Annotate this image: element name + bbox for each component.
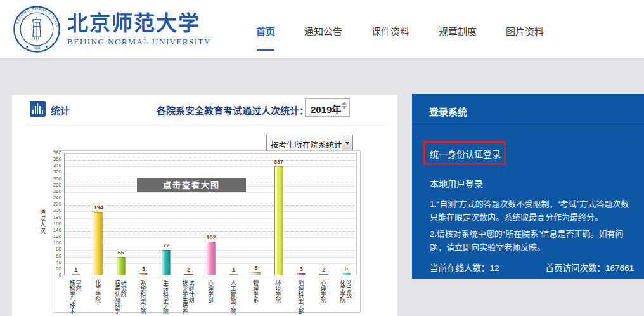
y-tick-label: 380 [40, 150, 61, 155]
bar [94, 212, 103, 275]
bar-value-label: 3 [288, 267, 314, 272]
bar [229, 274, 238, 275]
y-tick-label: 100 [40, 240, 61, 246]
y-tick-label: 20 [40, 267, 61, 272]
y-tick-label: 160 [40, 221, 61, 227]
bar-value-label: 1 [63, 267, 89, 273]
login-panel-title: 登录系统 [429, 105, 467, 118]
y-tick-label: 120 [40, 234, 61, 239]
bar [319, 274, 328, 275]
bar [252, 272, 261, 275]
gridline [65, 160, 356, 161]
university-name-cn: 北京师范大学 [67, 12, 211, 35]
section-title: 统计 [51, 103, 70, 117]
divider [412, 124, 644, 124]
bar [274, 166, 283, 275]
gridline [65, 218, 356, 219]
y-tick-label: 360 [40, 157, 61, 162]
university-name-en: BEIJING NORMAL UNIVERSITY [67, 37, 211, 47]
online-users: 当前在线人数：12 [430, 261, 499, 273]
bar-value-label: 3 [131, 267, 156, 272]
x-tick-label: 物理学系 [247, 280, 264, 314]
visit-count: 首页访问次数：167661 [545, 261, 634, 273]
x-tick-label: 系统科学学院 [134, 280, 151, 314]
gridline [65, 231, 356, 232]
main-nav: 首页 通知公告 课件资料 规章制度 图片资料 [256, 24, 573, 62]
sso-login-link[interactable]: 统一身份认证登录 [430, 147, 501, 160]
note-2: 2.请核对系统中您的“所在院系”信息是否正确。如有问题，请立即向实验室老师反映。 [430, 227, 634, 254]
bar [117, 257, 126, 275]
y-tick-label: 200 [40, 208, 61, 213]
y-tick-label: 140 [40, 228, 61, 233]
bnu-seal-icon: BEIJING NORMAL UNIVERSITY 1902 [13, 5, 61, 53]
bar-value-label: 2 [176, 267, 201, 273]
x-tick-label: 环境学院 [270, 280, 287, 314]
x-tick-label: 地理科学学部 [292, 280, 309, 314]
note-1: 1.“自测”方式的答题次数不受限制，“考试”方式答题次数只能在限定次数内。系统取… [430, 197, 634, 224]
svg-text:1902: 1902 [33, 46, 41, 49]
x-tick-label: 心理学部 [202, 280, 219, 314]
x-tick-label: 脑与认知科学研究院 [112, 280, 129, 314]
bar [184, 274, 193, 275]
nav-item-pictures[interactable]: 图片资料 [506, 24, 544, 62]
year-select[interactable]: 2019年 [305, 98, 350, 117]
group-by-select-value: 按考生所在院系统计 [271, 138, 342, 150]
bar-value-label: 1 [221, 267, 247, 273]
gridline [65, 166, 356, 167]
page-header: BEIJING NORMAL UNIVERSITY 1902 北京师范大学 BE… [0, 0, 644, 59]
x-tick-label: 核科学与技术学院 [67, 280, 84, 314]
bar-value-label: 77 [153, 243, 179, 249]
local-login-link[interactable]: 本地用户登录 [430, 177, 483, 190]
gridline [65, 225, 356, 225]
bar [297, 273, 306, 275]
x-tick-label: 心理学院 [315, 280, 332, 314]
bar-chart: 通过人次 119455377210218337325 0204060801001… [40, 150, 361, 314]
panel-stats-row: 当前在线人数：12 首页访问次数：167661 [430, 261, 634, 273]
bar-value-label: 2 [311, 267, 337, 273]
gridline [65, 173, 356, 173]
y-tick-label: 180 [40, 215, 61, 220]
chevron-down-icon [345, 142, 350, 145]
group-by-select[interactable]: 按考生所在院系统计 [266, 135, 353, 151]
bar-value-label: 194 [86, 205, 111, 211]
x-tick-label: 化学学院2019级 [337, 280, 354, 314]
gridline [65, 192, 356, 193]
bar-value-label: 5 [333, 266, 359, 272]
bar [72, 274, 80, 275]
y-tick-label: 320 [40, 169, 61, 174]
x-tick-label: 生命科学学院 [157, 280, 174, 314]
y-tick-label: 340 [40, 163, 61, 168]
bar [139, 273, 148, 275]
bar-chart-icon [30, 101, 46, 117]
nav-item-home[interactable]: 首页 [256, 24, 275, 62]
y-tick-label: 60 [40, 254, 61, 259]
gridline [65, 211, 356, 212]
dropdown-button[interactable] [342, 135, 352, 150]
divider [26, 125, 386, 126]
y-tick-label: 280 [40, 183, 61, 188]
gridline [65, 199, 356, 199]
bar [207, 242, 216, 275]
spinner-arrows-icon[interactable] [342, 102, 347, 109]
nav-item-regulations[interactable]: 规章制度 [439, 24, 477, 62]
x-tick-label: 拔尖学生培养试验计划 [179, 280, 196, 314]
plot-area: 119455377210218337325 [64, 153, 357, 275]
chart-title: 各院系安全教育考试通过人次统计： [157, 103, 309, 117]
bar-value-label: 55 [108, 250, 134, 256]
university-logo: BEIJING NORMAL UNIVERSITY 1902 北京师范大学 BE… [13, 5, 211, 53]
bar-value-label: 102 [198, 235, 224, 240]
y-tick-label: 0 [40, 273, 61, 278]
nav-item-courseware[interactable]: 课件资料 [371, 24, 409, 62]
view-large-chart-button[interactable]: 点击查看大图 [137, 178, 246, 192]
bar-value-label: 8 [243, 265, 269, 271]
bar-value-label: 337 [266, 159, 292, 165]
nav-item-notices[interactable]: 通知公告 [304, 24, 342, 62]
y-tick-label: 40 [40, 260, 61, 265]
statistics-card: 统计 各院系安全教育考试通过人次统计： 2019年 按考生所在院系统计 通过人次… [11, 94, 398, 316]
gridline [65, 154, 356, 154]
x-tick-label: 化学学院 [89, 280, 106, 314]
year-select-value: 2019年 [311, 102, 341, 115]
login-panel: 登录系统 统一身份认证登录 本地用户登录 1.“自测”方式的答题次数不受限制，“… [412, 94, 644, 279]
x-tick-label: 人工智能学院 [225, 280, 242, 314]
y-tick-label: 80 [40, 247, 61, 252]
